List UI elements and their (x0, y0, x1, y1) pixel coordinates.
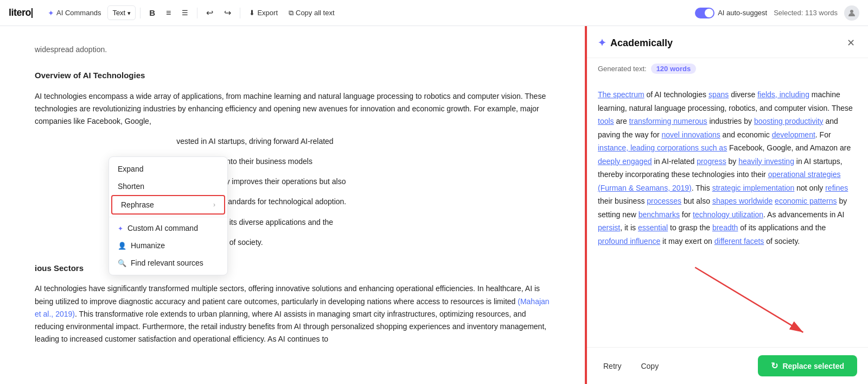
ai-commands-button[interactable]: AI Commands (43, 6, 105, 20)
list-button[interactable] (177, 6, 193, 20)
editor-para-1: AI technologies encompass a wide array o… (35, 90, 551, 128)
panel-title: ✦ Academically (598, 37, 673, 49)
svg-point-0 (850, 10, 853, 13)
panel-header: ✦ Academically ✕ (587, 26, 868, 58)
separator-3 (240, 8, 240, 18)
top-right: AI auto-suggest Selected: 113 words (695, 5, 859, 21)
citation-link-1[interactable]: (Mahajan et al., 2019) (35, 297, 550, 318)
panel-content: The spectrum of AI technologies spans di… (587, 79, 868, 347)
refresh-icon (771, 361, 778, 371)
humanize-icon (118, 241, 126, 250)
link-heavily[interactable]: heavily investing (738, 157, 794, 166)
link-benchmarks[interactable]: benchmarks (639, 210, 680, 219)
replace-selected-label: Replace selected (782, 362, 844, 370)
footer-left: Retry Copy (598, 358, 664, 374)
link-facets[interactable]: different facets (714, 237, 764, 245)
align-icon (166, 8, 171, 18)
menu-item-shorten[interactable]: Shorten (109, 178, 227, 195)
word-count-badge: 120 words (651, 64, 697, 74)
link-breadth[interactable]: breadth (712, 223, 738, 232)
link-novel[interactable]: novel innovations (662, 130, 720, 139)
chevron-right-icon (213, 201, 215, 209)
dropdown-menu: Expand Shorten Rephrase Custom AI comman… (108, 156, 228, 275)
copy-all-button[interactable]: Copy all text (284, 6, 339, 20)
user-icon (847, 9, 856, 17)
humanize-label: Humanize (131, 241, 165, 250)
ai-auto-suggest-toggle-row: AI auto-suggest (695, 8, 767, 18)
ai-auto-suggest-label: AI auto-suggest (718, 9, 767, 17)
editor-para-2: AI technologies have significantly trans… (35, 282, 551, 345)
find-sources-label: Find relevant sources (131, 259, 203, 267)
custom-ai-label: Custom AI command (127, 224, 198, 232)
link-economic[interactable]: economic patterns (775, 197, 837, 205)
retry-button[interactable]: Retry (598, 358, 627, 374)
menu-item-rephrase[interactable]: Rephrase (111, 195, 225, 215)
link-spectrum[interactable]: The spectrum (598, 90, 644, 99)
generated-row: Generated text: 120 words (587, 58, 868, 79)
panel-footer: Retry Copy Replace selected (587, 347, 868, 384)
list-icon (182, 9, 188, 17)
editor-pre-text: widespread adoption. (35, 43, 551, 56)
export-button[interactable]: Export (245, 6, 282, 20)
chevron-down-icon (127, 9, 131, 17)
text-format-label: Text (112, 9, 125, 17)
link-strategic[interactable]: strategic implementation (712, 184, 795, 192)
panel-sparkle-icon: ✦ (598, 37, 606, 49)
selected-words-label: Selected: 113 words (774, 9, 838, 17)
ai-commands-label: AI Commands (56, 9, 101, 17)
toolbar: AI Commands Text B Export (43, 5, 691, 21)
link-tools[interactable]: tools (598, 117, 614, 125)
custom-ai-icon (118, 224, 123, 232)
link-progress[interactable]: progress (697, 157, 726, 166)
shorten-label: Shorten (118, 182, 144, 191)
redo-icon (224, 8, 231, 18)
menu-item-expand[interactable]: Expand (109, 160, 227, 178)
link-boosting[interactable]: boosting productivity (754, 117, 824, 125)
toggle-thumb (705, 9, 713, 17)
user-avatar[interactable] (844, 5, 859, 21)
link-essential[interactable]: essential (638, 223, 668, 232)
menu-item-humanize[interactable]: Humanize (109, 237, 227, 254)
align-button[interactable] (162, 5, 175, 21)
link-instance[interactable]: instance, leading corporations such as (598, 143, 727, 152)
replace-selected-button[interactable]: Replace selected (758, 355, 857, 376)
topbar: litero AI Commands Text B (0, 0, 868, 26)
expand-label: Expand (118, 165, 143, 173)
link-processes[interactable]: processes (647, 197, 681, 205)
link-fields[interactable]: fields, including (757, 90, 809, 99)
find-sources-icon (118, 259, 126, 267)
link-tech[interactable]: technology utilization (693, 210, 763, 219)
link-profound[interactable]: profound influence (598, 237, 660, 245)
menu-item-custom-ai[interactable]: Custom AI command (109, 219, 227, 237)
undo-button[interactable] (202, 5, 218, 21)
panel-title-text: Academically (610, 37, 673, 49)
link-deeply[interactable]: deeply engaged (598, 157, 652, 166)
bold-button[interactable]: B (145, 5, 159, 20)
link-shapes[interactable]: shapes worldwide (712, 197, 773, 205)
editor-heading-1: Overview of AI Technologies (35, 69, 551, 83)
link-refines[interactable]: refines (825, 184, 848, 192)
logo-cursor (31, 8, 33, 18)
generated-label: Generated text: (598, 65, 647, 73)
ai-auto-suggest-toggle[interactable] (695, 8, 714, 18)
panel-text: The spectrum of AI technologies spans di… (598, 88, 857, 248)
link-persist[interactable]: persist (598, 223, 620, 232)
export-label: Export (257, 9, 278, 17)
editor-area[interactable]: widespread adoption. Overview of AI Tech… (0, 26, 586, 384)
link-transforming[interactable]: transforming numerous (629, 117, 707, 125)
link-development[interactable]: development (772, 130, 815, 139)
redo-button[interactable] (220, 5, 235, 21)
separator-2 (197, 8, 197, 18)
separator-1 (140, 8, 141, 18)
copy-button[interactable]: Copy (635, 358, 664, 374)
panel-close-button[interactable]: ✕ (845, 35, 857, 51)
download-icon (249, 9, 255, 17)
copy-all-label: Copy all text (296, 9, 335, 17)
copy-icon (289, 9, 293, 17)
menu-item-find-sources[interactable]: Find relevant sources (109, 254, 227, 272)
logo: litero (9, 7, 33, 18)
undo-icon (206, 8, 213, 18)
text-format-select[interactable]: Text (107, 5, 136, 20)
link-spans[interactable]: spans (709, 90, 729, 99)
menu-divider-1 (109, 217, 227, 217)
